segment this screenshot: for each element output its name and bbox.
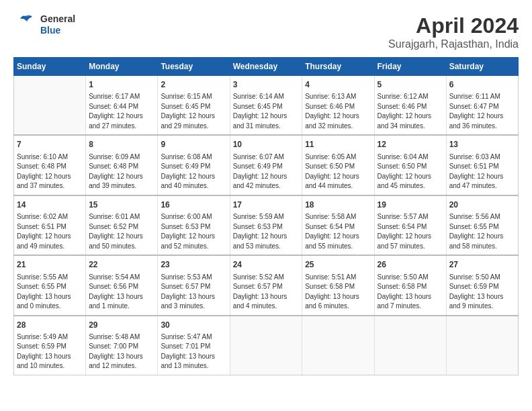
day-info: Sunrise: 6:17 AMSunset: 6:44 PMDaylight:… [89,92,154,131]
logo: General Blue [13,13,75,36]
day-number: 21 [17,259,83,271]
day-info: Sunrise: 6:08 AMSunset: 6:49 PMDaylight:… [161,152,226,191]
day-info: Sunrise: 5:52 AMSunset: 6:57 PMDaylight:… [233,273,300,312]
location-subtitle: Surajgarh, Rajasthan, India [388,38,519,50]
col-header-saturday: Saturday [446,58,518,76]
calendar-week-row: 21Sunrise: 5:55 AMSunset: 6:55 PMDayligh… [14,255,519,315]
col-header-monday: Monday [86,58,158,76]
calendar-day-cell: 30Sunrise: 5:47 AMSunset: 7:01 PMDayligh… [158,316,230,375]
day-info: Sunrise: 5:50 AMSunset: 6:58 PMDaylight:… [378,273,443,312]
day-number: 12 [378,139,443,150]
month-title: April 2024 [388,13,519,38]
day-info: Sunrise: 6:12 AMSunset: 6:46 PMDaylight:… [378,92,443,131]
day-info: Sunrise: 5:51 AMSunset: 6:58 PMDaylight:… [305,273,371,312]
logo-text: General Blue [40,13,75,36]
day-number: 22 [89,259,154,271]
day-info: Sunrise: 5:59 AMSunset: 6:53 PMDaylight:… [233,212,300,251]
calendar-day-cell: 9Sunrise: 6:08 AMSunset: 6:49 PMDaylight… [158,135,230,195]
calendar-day-cell: 17Sunrise: 5:59 AMSunset: 6:53 PMDayligh… [230,195,302,255]
day-number: 3 [233,79,300,91]
calendar-day-cell [14,76,86,136]
calendar-day-cell: 25Sunrise: 5:51 AMSunset: 6:58 PMDayligh… [302,255,374,315]
calendar-day-cell: 3Sunrise: 6:14 AMSunset: 6:45 PMDaylight… [230,76,302,136]
calendar-day-cell: 11Sunrise: 6:05 AMSunset: 6:50 PMDayligh… [302,135,374,195]
day-info: Sunrise: 5:47 AMSunset: 7:01 PMDaylight:… [161,332,226,371]
calendar-day-cell: 28Sunrise: 5:49 AMSunset: 6:59 PMDayligh… [14,316,86,375]
day-info: Sunrise: 6:07 AMSunset: 6:49 PMDaylight:… [233,152,300,191]
day-number: 23 [161,259,226,271]
day-number: 25 [305,259,371,271]
day-number: 4 [305,79,371,91]
calendar-day-cell: 2Sunrise: 6:15 AMSunset: 6:45 PMDaylight… [158,76,230,136]
day-number: 15 [89,199,154,211]
day-info: Sunrise: 6:10 AMSunset: 6:48 PMDaylight:… [17,152,83,191]
calendar-day-cell: 10Sunrise: 6:07 AMSunset: 6:49 PMDayligh… [230,135,302,195]
day-info: Sunrise: 6:03 AMSunset: 6:51 PMDaylight:… [449,152,515,191]
logo-blue: Blue [40,25,75,36]
day-info: Sunrise: 6:15 AMSunset: 6:45 PMDaylight:… [161,92,226,131]
day-number: 28 [17,320,83,331]
day-info: Sunrise: 6:13 AMSunset: 6:46 PMDaylight:… [305,92,371,131]
day-number: 2 [161,79,226,91]
logo-bird-icon [13,13,38,34]
calendar-day-cell: 5Sunrise: 6:12 AMSunset: 6:46 PMDaylight… [374,76,446,136]
day-info: Sunrise: 6:05 AMSunset: 6:50 PMDaylight:… [305,152,371,191]
day-info: Sunrise: 5:53 AMSunset: 6:57 PMDaylight:… [161,273,226,312]
day-number: 1 [89,79,154,91]
day-info: Sunrise: 6:11 AMSunset: 6:47 PMDaylight:… [449,92,515,131]
calendar-day-cell: 27Sunrise: 5:50 AMSunset: 6:59 PMDayligh… [446,255,518,315]
day-number: 16 [161,199,226,211]
calendar-day-cell [302,316,374,375]
col-header-thursday: Thursday [302,58,374,76]
day-number: 11 [305,139,371,150]
day-number: 29 [89,320,154,331]
col-header-wednesday: Wednesday [230,58,302,76]
day-info: Sunrise: 5:55 AMSunset: 6:55 PMDaylight:… [17,273,83,312]
calendar-table: SundayMondayTuesdayWednesdayThursdayFrid… [13,57,519,375]
calendar-day-cell: 29Sunrise: 5:48 AMSunset: 7:00 PMDayligh… [86,316,158,375]
title-block: April 2024 Surajgarh, Rajasthan, India [388,13,519,50]
day-info: Sunrise: 6:09 AMSunset: 6:48 PMDaylight:… [89,152,154,191]
day-number: 8 [89,139,154,150]
day-info: Sunrise: 6:00 AMSunset: 6:53 PMDaylight:… [161,212,226,251]
calendar-week-row: 28Sunrise: 5:49 AMSunset: 6:59 PMDayligh… [14,316,519,375]
day-info: Sunrise: 5:50 AMSunset: 6:59 PMDaylight:… [449,273,515,312]
calendar-day-cell: 24Sunrise: 5:52 AMSunset: 6:57 PMDayligh… [230,255,302,315]
calendar-day-cell: 21Sunrise: 5:55 AMSunset: 6:55 PMDayligh… [14,255,86,315]
calendar-header-row: SundayMondayTuesdayWednesdayThursdayFrid… [14,58,519,76]
calendar-day-cell [230,316,302,375]
calendar-day-cell: 16Sunrise: 6:00 AMSunset: 6:53 PMDayligh… [158,195,230,255]
calendar-week-row: 14Sunrise: 6:02 AMSunset: 6:51 PMDayligh… [14,195,519,255]
col-header-friday: Friday [374,58,446,76]
day-info: Sunrise: 5:57 AMSunset: 6:54 PMDaylight:… [378,212,443,251]
calendar-day-cell: 20Sunrise: 5:56 AMSunset: 6:55 PMDayligh… [446,195,518,255]
calendar-day-cell: 6Sunrise: 6:11 AMSunset: 6:47 PMDaylight… [446,76,518,136]
calendar-body: 1Sunrise: 6:17 AMSunset: 6:44 PMDaylight… [14,76,519,375]
day-number: 18 [305,199,371,211]
day-number: 7 [17,139,83,150]
calendar-week-row: 7Sunrise: 6:10 AMSunset: 6:48 PMDaylight… [14,135,519,195]
day-number: 14 [17,199,83,211]
day-info: Sunrise: 5:58 AMSunset: 6:54 PMDaylight:… [305,212,371,251]
calendar-day-cell: 26Sunrise: 5:50 AMSunset: 6:58 PMDayligh… [374,255,446,315]
day-number: 13 [449,139,515,150]
day-number: 10 [233,139,300,150]
calendar-day-cell: 12Sunrise: 6:04 AMSunset: 6:50 PMDayligh… [374,135,446,195]
day-number: 20 [449,199,515,211]
calendar-day-cell: 19Sunrise: 5:57 AMSunset: 6:54 PMDayligh… [374,195,446,255]
calendar-day-cell: 1Sunrise: 6:17 AMSunset: 6:44 PMDaylight… [86,76,158,136]
calendar-day-cell: 15Sunrise: 6:01 AMSunset: 6:52 PMDayligh… [86,195,158,255]
calendar-day-cell: 18Sunrise: 5:58 AMSunset: 6:54 PMDayligh… [302,195,374,255]
day-number: 17 [233,199,300,211]
day-info: Sunrise: 6:14 AMSunset: 6:45 PMDaylight:… [233,92,300,131]
calendar-day-cell [446,316,518,375]
calendar-day-cell: 23Sunrise: 5:53 AMSunset: 6:57 PMDayligh… [158,255,230,315]
calendar-day-cell: 22Sunrise: 5:54 AMSunset: 6:56 PMDayligh… [86,255,158,315]
logo-general: General [40,13,75,25]
day-number: 30 [161,320,226,331]
day-number: 27 [449,259,515,271]
logo-container: General Blue [13,13,75,36]
day-info: Sunrise: 6:01 AMSunset: 6:52 PMDaylight:… [89,212,154,251]
calendar-day-cell: 13Sunrise: 6:03 AMSunset: 6:51 PMDayligh… [446,135,518,195]
day-info: Sunrise: 5:49 AMSunset: 6:59 PMDaylight:… [17,332,83,371]
